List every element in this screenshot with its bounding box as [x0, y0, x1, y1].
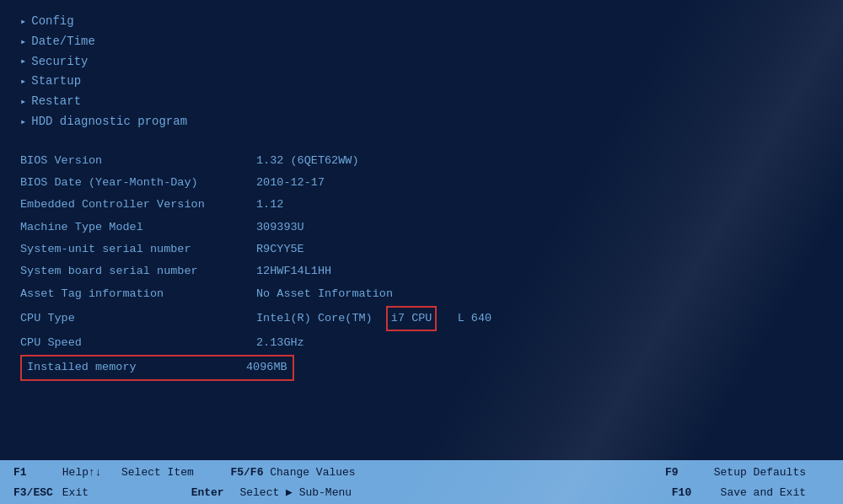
bios-screen: ▸ Config ▸ Date/Time ▸ Security ▸ Startu…	[0, 0, 843, 504]
nav-menu: ▸ Config ▸ Date/Time ▸ Security ▸ Startu…	[20, 12, 823, 132]
nav-label: Startup	[31, 72, 81, 92]
nav-item-config[interactable]: ▸ Config	[20, 12, 823, 32]
table-row: Machine Type Model 309393U	[20, 217, 823, 238]
function-row-1: F1 Help↑↓ Select Item F5/F6 Change Value…	[0, 462, 843, 482]
info-value: 2010-12-17	[256, 173, 325, 193]
f3esc-key[interactable]: F3/ESC	[13, 486, 56, 499]
installed-memory-row: Installed memory 4096MB	[20, 355, 823, 380]
f1-desc: Help↑↓ Select Item	[56, 466, 194, 479]
nav-arrow: ▸	[20, 34, 26, 51]
cpu-type-row: CPU Type Intel(R) Core(TM) i7 CPU L 640	[20, 306, 823, 331]
table-row: Asset Tag information No Asset Informati…	[20, 284, 823, 304]
table-row: BIOS Date (Year-Month-Day) 2010-12-17	[20, 173, 823, 193]
info-label: Machine Type Model	[20, 217, 256, 238]
info-value: 1.32 (6QET62WW)	[256, 151, 359, 171]
function-bar: F1 Help↑↓ Select Item F5/F6 Change Value…	[0, 460, 843, 504]
nav-item-hdd[interactable]: ▸ HDD diagnostic program	[20, 112, 823, 132]
nav-arrow: ▸	[20, 114, 26, 131]
nav-item-datetime[interactable]: ▸ Date/Time	[20, 32, 823, 52]
cpu-type-post: L 640	[458, 308, 492, 329]
cpu-speed-label: CPU Speed	[20, 333, 256, 353]
table-row: System-unit serial number R9CYY5E	[20, 239, 823, 260]
info-value: 309393U	[256, 217, 304, 238]
table-row: System board serial number 12HWF14L1HH	[20, 261, 823, 281]
f1-key[interactable]: F1	[13, 466, 56, 479]
cpu-type-highlight: i7 CPU	[386, 306, 438, 331]
nav-label: Date/Time	[31, 32, 95, 52]
cpu-type-label: CPU Type	[20, 308, 256, 329]
cpu-type-pre: Intel(R) Core(TM)	[256, 308, 373, 329]
nav-arrow: ▸	[20, 73, 26, 90]
f5f6-desc: Change Values	[263, 466, 355, 479]
nav-item-restart[interactable]: ▸ Restart	[20, 92, 823, 112]
f9-key[interactable]: F9	[665, 466, 707, 479]
installed-memory-label: Installed memory	[27, 357, 246, 378]
info-table: BIOS Version 1.32 (6QET62WW) BIOS Date (…	[20, 151, 823, 381]
main-content: ▸ Config ▸ Date/Time ▸ Security ▸ Startu…	[0, 0, 843, 460]
table-row: Embedded Controller Version 1.12	[20, 195, 823, 215]
info-label: System board serial number	[20, 261, 256, 281]
cpu-speed-value: 2.13GHz	[256, 333, 304, 353]
info-label: BIOS Date (Year-Month-Day)	[20, 173, 256, 193]
installed-memory-highlight: Installed memory 4096MB	[20, 355, 294, 380]
f3esc-desc: Exit	[56, 486, 168, 499]
info-label: Asset Tag information	[20, 284, 256, 304]
info-label: BIOS Version	[20, 151, 256, 171]
nav-item-startup[interactable]: ▸ Startup	[20, 72, 823, 92]
f5f6-key[interactable]: F5/F6	[217, 466, 264, 479]
enter-key[interactable]: Enter	[191, 486, 234, 499]
table-row: BIOS Version 1.32 (6QET62WW)	[20, 151, 823, 171]
cpu-speed-row: CPU Speed 2.13GHz	[20, 333, 823, 353]
nav-label: HDD diagnostic program	[31, 112, 187, 132]
info-label: System-unit serial number	[20, 239, 256, 260]
cpu-type-value: Intel(R) Core(TM) i7 CPU L 640	[256, 306, 491, 331]
info-value: 12HWF14L1HH	[256, 261, 331, 281]
function-row-2: F3/ESC Exit Enter Select ▶ Sub-Menu F10 …	[0, 482, 843, 502]
nav-label: Restart	[31, 92, 81, 112]
f9-desc: Setup Defaults	[707, 466, 806, 479]
nav-arrow: ▸	[20, 94, 26, 110]
nav-item-security[interactable]: ▸ Security	[20, 52, 823, 72]
nav-label: Config	[31, 12, 73, 32]
installed-memory-value: 4096MB	[246, 357, 287, 378]
f10-key[interactable]: F10	[672, 486, 714, 499]
f10-desc: Save and Exit	[714, 486, 806, 499]
enter-desc: Select ▶ Sub-Menu	[234, 485, 352, 499]
nav-label: Security	[31, 52, 88, 72]
info-label: Embedded Controller Version	[20, 195, 256, 215]
info-value: R9CYY5E	[256, 239, 304, 260]
info-value: No Asset Information	[256, 284, 393, 304]
nav-arrow: ▸	[20, 13, 26, 30]
info-value: 1.12	[256, 195, 283, 215]
nav-arrow: ▸	[20, 53, 26, 70]
